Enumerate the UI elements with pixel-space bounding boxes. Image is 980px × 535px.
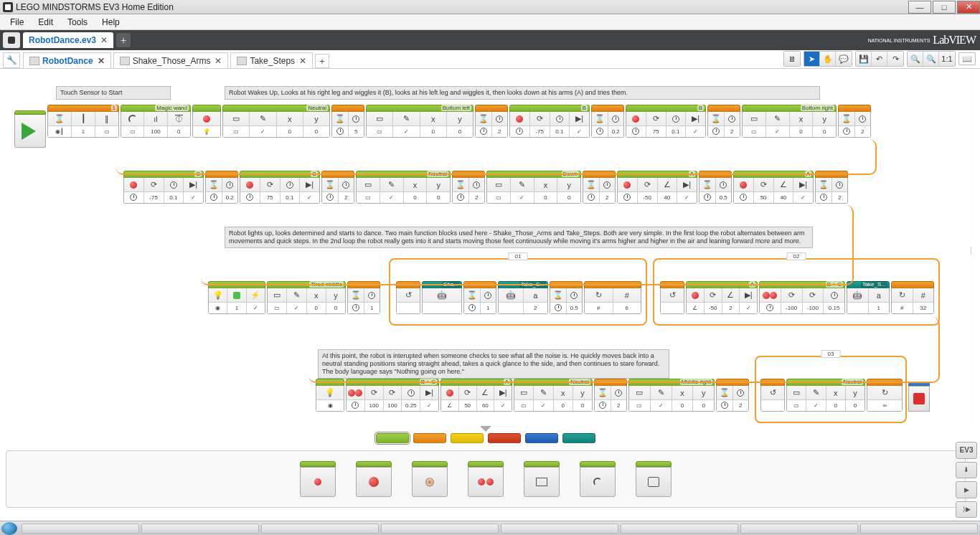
add-program-button[interactable]: + — [315, 54, 329, 68]
wait-time-block[interactable]: ⌛2 — [716, 379, 749, 412]
palette-block-brick-status-light[interactable] — [636, 461, 672, 497]
display-block[interactable]: Down▭▭✎✓x0y0 — [486, 171, 581, 204]
comment-tool[interactable]: 💬 — [836, 52, 852, 66]
motor-block[interactable]: A⟳50∠40▶|✓ — [733, 171, 814, 204]
palette-category-sensor[interactable] — [451, 433, 484, 443]
program-tab-robotdance[interactable]: RobotDance ✕ — [23, 52, 111, 68]
wait-time-block[interactable]: ⌛1 — [463, 281, 496, 314]
taskbar-item[interactable] — [621, 524, 738, 534]
palette-block-large-motor[interactable] — [356, 461, 392, 497]
palette-collapse-icon[interactable] — [480, 426, 491, 432]
display-block[interactable]: Neutral▭▭✎✓x0y0 — [786, 379, 865, 412]
palette-category-action[interactable] — [376, 433, 409, 443]
palette-block-move-steering[interactable]: 🛞 — [412, 461, 448, 497]
loop-start[interactable]: ↺ — [660, 281, 684, 314]
pan-tool[interactable]: ✋ — [820, 52, 836, 66]
palette-block-display[interactable] — [524, 461, 560, 497]
display-block[interactable]: Neutral ▭▭ ✎✓ x0 y0 — [222, 105, 330, 138]
add-project-button[interactable]: + — [116, 33, 131, 47]
myblock-takesteps[interactable]: Take_S...🤖a1 — [847, 281, 890, 314]
display-block[interactable]: Bottom right ▭▭ ✎✓ x0 y0 — [742, 105, 837, 138]
motor-block[interactable]: B ⟳-75 0.1 ▶|✓ — [509, 105, 590, 138]
document-button[interactable]: 🗎 — [784, 52, 800, 66]
wait-touch-block[interactable]: 1 ⌛◉┃ ┃1 ‖▭ — [47, 105, 119, 138]
wait-time-block[interactable]: ⌛2 — [452, 171, 485, 204]
comment-box[interactable]: Touch Sensor to Start — [56, 86, 171, 100]
close-icon[interactable]: ✕ — [215, 56, 222, 66]
wait-time-block[interactable]: ⌛2 — [838, 105, 871, 138]
wait-time-block[interactable]: ⌛2 — [475, 105, 508, 138]
motor-block[interactable]: B ⟳75 0.1 ▶|✓ — [626, 105, 706, 138]
menu-help[interactable]: Help — [95, 17, 127, 27]
project-settings-button[interactable]: 🔧 — [3, 52, 20, 68]
wait-time-block[interactable]: ⌛1 — [347, 281, 380, 314]
zoom-reset-button[interactable]: 1:1 — [939, 52, 955, 66]
comment-box[interactable]: Robot Wakes Up, Looks at his right leg a… — [225, 86, 820, 100]
content-editor-button[interactable]: 📖 — [958, 52, 976, 65]
palette-category-myblocks[interactable] — [562, 433, 595, 443]
brick-light-block[interactable]: 💡◉1⚡✓ — [208, 281, 265, 314]
palette-block-medium-motor[interactable] — [300, 461, 336, 497]
hw-run-selected-button[interactable]: ⟩▶ — [956, 501, 977, 519]
myblock-takesteps[interactable]: Take_S...🤖a2 — [498, 281, 548, 314]
zoom-out-button[interactable]: 🔍 — [908, 52, 923, 66]
maximize-button[interactable]: □ — [933, 1, 956, 14]
brick-light-block[interactable]: 💡 — [192, 105, 221, 138]
pointer-tool[interactable]: ➤ — [804, 52, 820, 66]
start-button[interactable] — [1, 522, 17, 535]
lobby-button[interactable] — [3, 32, 20, 48]
motor-block[interactable]: A∠⟳50∠60▶|✓ — [440, 379, 512, 412]
taskbar-item[interactable] — [501, 524, 618, 534]
palette-block-move-tank[interactable] — [468, 461, 504, 497]
motor-block[interactable]: A∠⟳-50∠2▶|✓ — [686, 281, 758, 314]
display-block[interactable]: Neutral▭▭✎✓x0y0 — [356, 171, 451, 204]
program-canvas[interactable]: ▶ Touch Sensor to Start Robot Wakes Up, … — [6, 73, 971, 426]
myblock-shake[interactable]: Sha...🤖 — [422, 281, 462, 314]
motor-block[interactable]: C ⟳750.1▶|✓ — [240, 171, 320, 204]
display-block[interactable]: Neutral▭▭✎✓x0y0 — [514, 379, 593, 412]
program-tab-shake[interactable]: Shake_Those_Arms ✕ — [113, 52, 229, 68]
stop-block[interactable] — [908, 382, 930, 412]
palette-block-sound[interactable] — [580, 461, 616, 497]
save-button[interactable]: 💾 — [856, 52, 872, 66]
close-button[interactable]: ✕ — [957, 1, 980, 14]
display-block[interactable]: Tired middle▭▭✎✓x0y0 — [267, 281, 346, 314]
wait-time-block[interactable]: ⌛2 — [594, 379, 627, 412]
menu-file[interactable]: File — [3, 17, 31, 27]
palette-category-advanced[interactable] — [525, 433, 558, 443]
menu-edit[interactable]: Edit — [31, 17, 60, 27]
sound-block[interactable]: Magic wand ▭ ıl100 ⏁0 — [121, 105, 191, 138]
loop-end[interactable]: ↻##32 — [891, 281, 934, 314]
tank-motor-block[interactable]: B + C⟳100⟳1000.25▶|✓ — [346, 379, 439, 412]
taskbar-item[interactable] — [22, 524, 139, 534]
close-icon[interactable]: ✕ — [299, 56, 306, 66]
minimize-button[interactable]: — — [908, 1, 931, 14]
hw-brick-button[interactable]: EV3 — [956, 442, 977, 459]
hw-download-button[interactable]: ⬇ — [956, 462, 977, 479]
zoom-in-button[interactable]: 🔍 — [923, 52, 939, 66]
taskbar-item[interactable] — [141, 524, 259, 534]
motor-block[interactable]: A⟳-50∠40▶|✓ — [617, 171, 697, 204]
wait-time-block[interactable]: ⌛2 — [583, 171, 616, 204]
taskbar-item[interactable] — [740, 524, 858, 534]
wait-time-block[interactable]: ⌛0.5 — [550, 281, 583, 314]
taskbar-item[interactable] — [860, 524, 978, 534]
tank-motor-block[interactable]: B + C⟳-100⟳-1000.15 — [759, 281, 845, 314]
close-icon[interactable]: ✕ — [100, 35, 108, 45]
wait-time-block[interactable]: ⌛2 — [321, 171, 354, 204]
display-block[interactable]: Middle right▭▭✎✓x0y0 — [628, 379, 715, 412]
hw-run-button[interactable]: ▶ — [956, 481, 977, 498]
wait-time-block[interactable]: ⌛5 — [331, 105, 364, 138]
loop-end[interactable]: ↻∞ — [867, 379, 903, 412]
wait-time-block[interactable]: ⌛2 — [815, 171, 848, 204]
close-icon[interactable]: ✕ — [98, 56, 105, 66]
start-block[interactable] — [14, 110, 46, 148]
motor-block[interactable]: C ⟳-750.1▶|✓ — [123, 171, 204, 204]
loop-start[interactable]: ↺ — [396, 281, 420, 314]
wait-time-block[interactable]: ⌛0.2 — [205, 171, 238, 204]
loop-start[interactable]: ↺ — [760, 379, 785, 412]
wait-time-block[interactable]: ⌛0.5 — [699, 171, 732, 204]
wait-time-block[interactable]: ⌛0.2 — [591, 105, 624, 138]
taskbar-item[interactable] — [381, 524, 499, 534]
palette-category-flow[interactable] — [413, 433, 446, 443]
